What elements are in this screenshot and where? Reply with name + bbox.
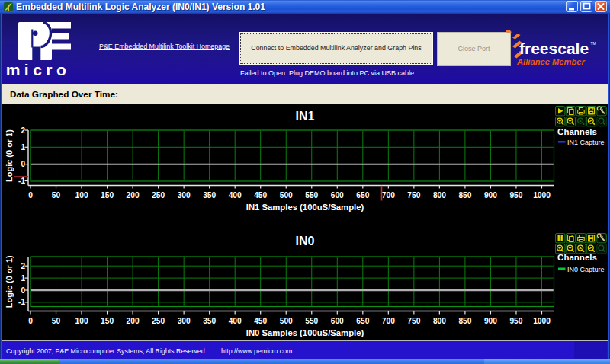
svg-text:2: 2 <box>21 262 25 270</box>
svg-text:900: 900 <box>484 317 497 325</box>
svg-text:250: 250 <box>152 191 165 200</box>
svg-text:850: 850 <box>458 317 471 325</box>
svg-text:Logic (0 or 1): Logic (0 or 1) <box>5 129 14 182</box>
svg-text:1000: 1000 <box>533 317 551 325</box>
svg-text:IN1 Capture: IN1 Capture <box>567 139 605 146</box>
svg-text:TM: TM <box>591 41 596 46</box>
svg-text:800: 800 <box>433 317 446 325</box>
svg-text:450: 450 <box>254 317 267 325</box>
svg-text:Channels: Channels <box>557 253 597 262</box>
svg-text:-1: -1 <box>18 298 25 306</box>
svg-text:0: 0 <box>28 191 33 200</box>
svg-text:700: 700 <box>382 317 395 325</box>
svg-text:750: 750 <box>407 317 420 325</box>
svg-text:550: 550 <box>305 191 318 200</box>
svg-text:IN0 Capture: IN0 Capture <box>567 266 605 273</box>
svg-text:Alliance Member: Alliance Member <box>516 57 586 66</box>
svg-text:IN1 Samples (100uS/Sample): IN1 Samples (100uS/Sample) <box>246 203 364 212</box>
svg-text:IN1: IN1 <box>296 110 315 123</box>
svg-text:200: 200 <box>127 317 140 325</box>
svg-text:1000: 1000 <box>533 191 551 200</box>
svg-text:1: 1 <box>21 274 25 283</box>
svg-text:350: 350 <box>203 191 216 200</box>
svg-text:350: 350 <box>203 317 216 325</box>
svg-text:Channels: Channels <box>557 127 597 136</box>
svg-text:600: 600 <box>331 317 344 325</box>
svg-text:950: 950 <box>509 317 522 325</box>
svg-text:250: 250 <box>152 317 165 325</box>
svg-text:500: 500 <box>280 317 293 325</box>
svg-text:700: 700 <box>382 191 395 200</box>
svg-text:2: 2 <box>21 126 25 135</box>
svg-text:550: 550 <box>305 317 318 325</box>
svg-text:1: 1 <box>21 143 25 152</box>
svg-text:300: 300 <box>178 191 191 200</box>
svg-text:100: 100 <box>75 317 88 325</box>
svg-text:50: 50 <box>52 191 61 200</box>
svg-text:900: 900 <box>484 191 497 200</box>
svg-text:750: 750 <box>407 191 420 200</box>
svg-text:500: 500 <box>280 191 293 200</box>
svg-text:200: 200 <box>127 191 140 200</box>
svg-text:50: 50 <box>52 317 61 325</box>
svg-text:Logic (0 or 1): Logic (0 or 1) <box>5 255 14 308</box>
svg-text:600: 600 <box>331 191 344 200</box>
svg-text:150: 150 <box>101 317 114 325</box>
svg-text:-1: -1 <box>18 177 25 185</box>
svg-text:freescale: freescale <box>519 40 589 57</box>
svg-text:300: 300 <box>178 317 191 325</box>
svg-text:650: 650 <box>356 191 369 200</box>
svg-text:850: 850 <box>458 191 471 200</box>
svg-text:IN0 Samples (100uS/Sample): IN0 Samples (100uS/Sample) <box>246 328 364 337</box>
svg-text:IN0: IN0 <box>296 235 315 247</box>
svg-text:150: 150 <box>101 191 114 200</box>
svg-text:0: 0 <box>21 286 25 295</box>
svg-text:950: 950 <box>509 191 522 200</box>
svg-text:0: 0 <box>21 160 25 168</box>
svg-text:0: 0 <box>28 317 33 325</box>
svg-text:650: 650 <box>356 317 369 325</box>
svg-text:400: 400 <box>229 317 242 325</box>
svg-text:400: 400 <box>229 191 242 200</box>
svg-text:100: 100 <box>75 191 88 200</box>
svg-text:450: 450 <box>254 191 267 200</box>
svg-text:micro: micro <box>6 61 70 78</box>
svg-text:800: 800 <box>433 191 446 200</box>
